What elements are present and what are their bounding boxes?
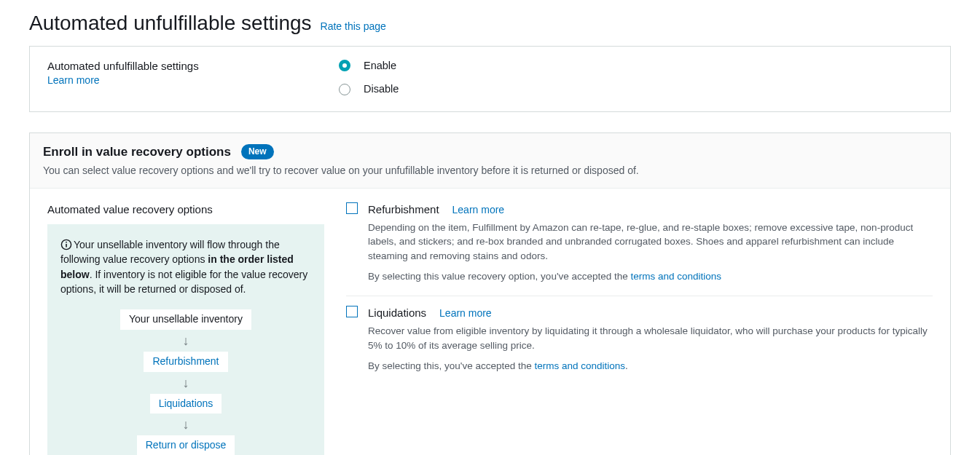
enroll-subtitle: You can select value recovery options an… xyxy=(43,164,937,178)
radio-disable[interactable]: Disable xyxy=(339,82,399,96)
arrow-down-icon: ↓ xyxy=(183,334,189,347)
settings-label: Automated unfulfillable settings xyxy=(47,58,339,74)
info-icon xyxy=(60,239,72,250)
settings-learn-more-link[interactable]: Learn more xyxy=(47,74,339,88)
automated-unfulfillable-settings-panel: Automated unfulfillable settings Learn m… xyxy=(29,46,951,112)
option-refurbishment: Refurbishment Learn more Depending on th… xyxy=(346,202,933,296)
liquidations-accept-pre: By selecting this, you've accepted the xyxy=(368,360,534,371)
arrow-down-icon: ↓ xyxy=(183,376,189,389)
flow-node-return-dispose[interactable]: Return or dispose xyxy=(137,435,235,455)
radio-icon-checked xyxy=(339,60,350,71)
refurbishment-title: Refurbishment xyxy=(368,202,439,217)
refurbishment-learn-more-link[interactable]: Learn more xyxy=(452,203,505,218)
rate-this-page-link[interactable]: Rate this page xyxy=(321,20,386,34)
flow-diagram: Your unsellable inventory ↓ Refurbishmen… xyxy=(60,309,311,455)
option-liquidations: Liquidations Learn more Recover value fr… xyxy=(346,305,933,385)
refurbishment-accept-pre: By selecting this value recovery option,… xyxy=(368,271,631,282)
liquidations-terms-link[interactable]: terms and conditions xyxy=(534,360,625,371)
enroll-title: Enroll in value recovery options xyxy=(43,143,231,161)
automated-value-recovery-heading: Automated value recovery options xyxy=(47,202,324,217)
info-text-post: . If inventory is not eligible for the v… xyxy=(60,269,307,295)
radio-disable-label: Disable xyxy=(364,82,399,96)
enroll-value-recovery-panel: Enroll in value recovery options New You… xyxy=(29,132,951,455)
liquidations-accept: By selecting this, you've accepted the t… xyxy=(368,360,933,373)
refurbishment-terms-link[interactable]: terms and conditions xyxy=(631,271,722,282)
radio-enable-label: Enable xyxy=(364,58,396,73)
refurbishment-checkbox[interactable] xyxy=(346,202,358,214)
refurbishment-accept: By selecting this value recovery option,… xyxy=(368,270,933,284)
liquidations-period: . xyxy=(625,360,628,371)
liquidations-learn-more-link[interactable]: Learn more xyxy=(439,306,492,321)
flow-node-refurbishment[interactable]: Refurbishment xyxy=(144,352,227,372)
refurbishment-desc: Depending on the item, Fulfillment by Am… xyxy=(368,221,933,264)
liquidations-checkbox[interactable] xyxy=(346,306,358,317)
flow-node-liquidations[interactable]: Liquidations xyxy=(150,394,222,414)
new-badge: New xyxy=(241,144,274,159)
settings-radio-group: Enable Disable xyxy=(339,58,399,97)
radio-icon-unchecked xyxy=(339,84,350,95)
svg-point-2 xyxy=(66,242,67,243)
flow-node-start: Your unsellable inventory xyxy=(120,309,251,330)
page-title: Automated unfulfillable settings xyxy=(29,9,312,37)
arrow-down-icon: ↓ xyxy=(183,418,189,431)
info-box: Your unsellable inventory will flow thro… xyxy=(47,224,324,455)
info-text: Your unsellable inventory will flow thro… xyxy=(60,237,311,296)
radio-enable[interactable]: Enable xyxy=(339,58,399,73)
liquidations-desc: Recover value from eligible inventory by… xyxy=(368,324,933,352)
liquidations-title: Liquidations xyxy=(368,305,426,320)
